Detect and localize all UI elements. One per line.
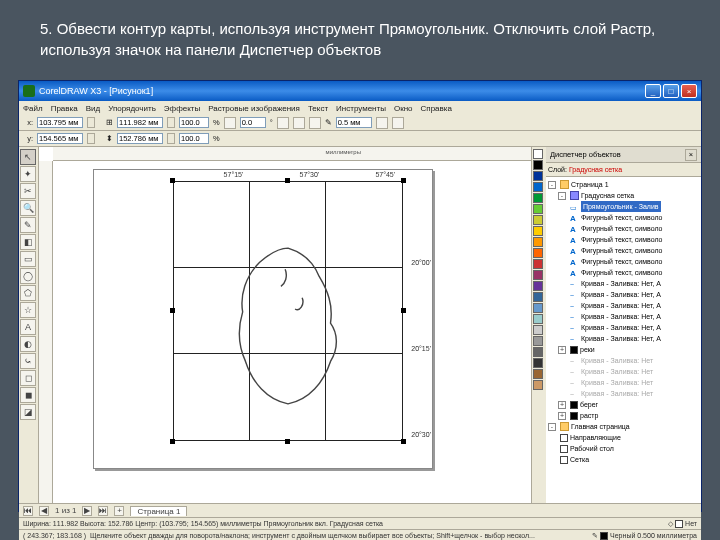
tree-row[interactable]: ~Кривая - Заливка: Нет, А — [546, 278, 701, 289]
close-button[interactable]: × — [681, 84, 697, 98]
menu-effects[interactable]: Эффекты — [164, 104, 200, 113]
text-tool[interactable]: A — [20, 319, 36, 335]
tree-row[interactable]: +реки — [546, 344, 701, 355]
wrap-icon[interactable] — [376, 117, 388, 129]
mirror-v-icon[interactable] — [293, 117, 305, 129]
rectangle-tool[interactable]: ▭ — [20, 251, 36, 267]
color-swatch[interactable] — [533, 303, 543, 313]
outline-tool[interactable]: ◻ — [20, 370, 36, 386]
tree-row[interactable]: ~Кривая - Заливка: Нет — [546, 377, 701, 388]
color-swatch[interactable] — [533, 325, 543, 335]
tree-row[interactable]: AФигурный текст, символо — [546, 245, 701, 256]
tab-page1[interactable]: Страница 1 — [130, 506, 187, 516]
rot-input[interactable] — [240, 117, 266, 128]
tree-row[interactable]: -Страница 1 — [546, 179, 701, 190]
menu-tools[interactable]: Инструменты — [336, 104, 386, 113]
mirror-h-icon[interactable] — [277, 117, 289, 129]
color-swatch[interactable] — [533, 171, 543, 181]
tree-row[interactable]: +растр — [546, 410, 701, 421]
eyedropper-tool[interactable]: ⤿ — [20, 353, 36, 369]
convert-icon[interactable] — [392, 117, 404, 129]
tree-row[interactable]: AФигурный текст, символо — [546, 267, 701, 278]
lock-icon[interactable] — [224, 117, 236, 129]
tree-row[interactable]: AФигурный текст, символо — [546, 256, 701, 267]
x-input[interactable] — [37, 117, 83, 128]
color-swatch[interactable] — [533, 281, 543, 291]
tab-nav-first[interactable]: ⏮ — [23, 506, 33, 516]
menu-arrange[interactable]: Упорядочить — [108, 104, 156, 113]
sx-input[interactable] — [179, 117, 209, 128]
crop-tool[interactable]: ✂ — [20, 183, 36, 199]
color-swatch[interactable] — [533, 215, 543, 225]
minimize-button[interactable]: _ — [645, 84, 661, 98]
color-swatch[interactable] — [533, 358, 543, 368]
tree-row[interactable]: ~Кривая - Заливка: Нет, А — [546, 300, 701, 311]
tree-row[interactable]: AФигурный текст, символо — [546, 234, 701, 245]
tree-row[interactable]: Рабочий стол — [546, 443, 701, 454]
corner-icon[interactable] — [309, 117, 321, 129]
tab-nav-prev[interactable]: ◀ — [39, 506, 49, 516]
maximize-button[interactable]: □ — [663, 84, 679, 98]
shape-tool[interactable]: ✦ — [20, 166, 36, 182]
tree-row[interactable]: -Градусная сетка — [546, 190, 701, 201]
selection-bbox[interactable]: 57°15' 57°30' 57°45' 20°00' 20°15' 20°30… — [173, 181, 403, 441]
color-swatch[interactable] — [533, 160, 543, 170]
panel-close-icon[interactable]: × — [685, 149, 697, 161]
color-swatch[interactable] — [533, 380, 543, 390]
color-swatch[interactable] — [533, 336, 543, 346]
color-swatch[interactable] — [533, 149, 543, 159]
color-swatch[interactable] — [533, 259, 543, 269]
tree-row[interactable]: ▭Прямоугольник - Залив — [546, 201, 701, 212]
menu-window[interactable]: Окно — [394, 104, 413, 113]
tab-nav-next[interactable]: ▶ — [82, 506, 92, 516]
color-swatch[interactable] — [533, 193, 543, 203]
zoom-tool[interactable]: 🔍 — [20, 200, 36, 216]
menu-edit[interactable]: Правка — [51, 104, 78, 113]
tree-row[interactable]: ~Кривая - Заливка: Нет — [546, 366, 701, 377]
color-swatch[interactable] — [533, 226, 543, 236]
ellipse-tool[interactable]: ◯ — [20, 268, 36, 284]
color-swatch[interactable] — [533, 248, 543, 258]
tree-row[interactable]: -Главная страница — [546, 421, 701, 432]
tree-row[interactable]: AФигурный текст, символо — [546, 223, 701, 234]
tab-nav-last[interactable]: ⏭ — [98, 506, 108, 516]
tree-row[interactable]: ~Кривая - Заливка: Нет — [546, 388, 701, 399]
smartfill-tool[interactable]: ◧ — [20, 234, 36, 250]
tree-row[interactable]: +берег — [546, 399, 701, 410]
sy-input[interactable] — [179, 133, 209, 144]
menu-help[interactable]: Справка — [421, 104, 452, 113]
object-tree[interactable]: -Страница 1-Градусная сетка▭Прямоугольни… — [546, 177, 701, 503]
color-swatch[interactable] — [533, 347, 543, 357]
menu-view[interactable]: Вид — [86, 104, 100, 113]
canvas-area[interactable]: миллиметры — [39, 147, 531, 503]
y-input[interactable] — [37, 133, 83, 144]
pick-tool[interactable]: ↖ — [20, 149, 36, 165]
color-swatch[interactable] — [533, 314, 543, 324]
color-swatch[interactable] — [533, 182, 543, 192]
color-swatch[interactable] — [533, 270, 543, 280]
color-swatch[interactable] — [533, 237, 543, 247]
tree-row[interactable]: ~Кривая - Заливка: Нет, А — [546, 311, 701, 322]
blend-tool[interactable]: ◐ — [20, 336, 36, 352]
menu-text[interactable]: Текст — [308, 104, 328, 113]
h-input[interactable] — [117, 133, 163, 144]
color-swatch[interactable] — [533, 369, 543, 379]
tree-row[interactable]: ~Кривая - Заливка: Нет, А — [546, 333, 701, 344]
menu-bitmaps[interactable]: Растровые изображения — [208, 104, 300, 113]
tree-row[interactable]: AФигурный текст, символо — [546, 212, 701, 223]
fill-tool[interactable]: ◼ — [20, 387, 36, 403]
interactive-fill-tool[interactable]: ◪ — [20, 404, 36, 420]
polygon-tool[interactable]: ⬠ — [20, 285, 36, 301]
tree-row[interactable]: Направляющие — [546, 432, 701, 443]
tree-row[interactable]: ~Кривая - Заливка: Нет, А — [546, 289, 701, 300]
color-swatch[interactable] — [533, 292, 543, 302]
basic-shapes-tool[interactable]: ☆ — [20, 302, 36, 318]
outline-input[interactable] — [336, 117, 372, 128]
menu-file[interactable]: Файл — [23, 104, 43, 113]
w-input[interactable] — [117, 117, 163, 128]
color-swatch[interactable] — [533, 204, 543, 214]
tree-row[interactable]: ~Кривая - Заливка: Нет — [546, 355, 701, 366]
tab-add[interactable]: + — [114, 506, 124, 516]
tree-row[interactable]: Сетка — [546, 454, 701, 465]
freehand-tool[interactable]: ✎ — [20, 217, 36, 233]
